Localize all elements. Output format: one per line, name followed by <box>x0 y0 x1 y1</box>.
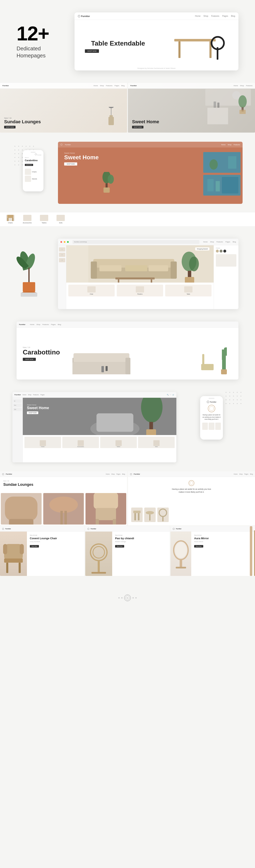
svg-rect-70 <box>133 510 140 513</box>
fw-cat-label-3: Tables <box>117 446 120 447</box>
thumb-btn-left[interactable]: SHOP NOW <box>4 126 15 128</box>
svg-rect-49 <box>66 245 88 283</box>
pc-logo-1: Furnitor <box>5 528 11 529</box>
fw-hero-text: Sweet Home Sweet Home SHOP NOW <box>27 404 49 414</box>
cat-name-table: Table <box>167 293 210 295</box>
carab-title: Carabottino <box>23 348 64 356</box>
pc-sub-aura: Home decor <box>194 541 252 542</box>
phone-products-6 <box>202 423 221 430</box>
browser-header: Furnitor Home Shop Features Pages Blog <box>74 12 238 20</box>
two-col-section: Furnitor HomeShopFeaturesPagesBlog New /… <box>0 83 255 133</box>
category-icon-tables <box>40 215 48 221</box>
phone-product-6-3 <box>215 423 221 430</box>
pc-name-aura: Aura Mirror <box>194 537 252 540</box>
carabottino-browser: Furnitor Home Shop Features Pages Blog N… <box>17 321 238 379</box>
bottom-card-right: Furnitor HomeShopPagesBlog Having a plac… <box>128 471 255 525</box>
stool-phone-panel: for(let i=0;i<20;i++){document.write('<d… <box>181 392 243 462</box>
product-stool-small <box>131 507 142 522</box>
pi-main-circle[interactable]: 01 <box>124 594 131 601</box>
bc-logo-icon-left <box>2 473 4 475</box>
pi-dot-1 <box>118 597 120 598</box>
svg-rect-44 <box>151 279 152 283</box>
bc-logo-icon-right <box>130 473 132 475</box>
pc-header-aura: Furnitor <box>170 526 255 532</box>
bc-title-left: Sundae Lounges <box>3 483 124 487</box>
pc-card-pao: Furnitor New Arrival Pao by chiandi Mode… <box>85 526 170 576</box>
svg-point-0 <box>78 15 80 17</box>
carab-toolbar: Furnitor Home Shop Features Pages Blog <box>17 321 238 328</box>
product-image-area <box>168 27 234 64</box>
kitchen-svg <box>205 89 251 126</box>
fw-main-6: Sweet Home Sweet Home SHOP NOW Chairs <box>23 398 177 462</box>
thumb-header-left: Furnitor HomeShopFeaturesPagesBlog <box>0 83 127 89</box>
pao-chair-svg <box>85 532 112 576</box>
plant-stand <box>21 292 37 297</box>
pc-btn-aura[interactable]: Shop Now <box>194 545 203 548</box>
product-cat-chair: Chair <box>68 285 115 297</box>
fw-browser-6: Furnitor Home Shop Features Pages 🔍 ♡ 🛒 … <box>12 392 177 462</box>
browser-toolbar-4: furnitor.com/shop Home Shop Features Pag… <box>58 239 238 245</box>
pc-tag-aura: New Arrival <box>194 534 252 536</box>
bc-quote-text: Having a place set aside for an activity… <box>171 488 212 494</box>
svg-point-84 <box>88 528 89 530</box>
bc-product-2 <box>43 493 84 525</box>
svg-rect-80 <box>20 544 24 554</box>
showcase-btn[interactable]: SHOP NOW <box>64 162 77 165</box>
fw-hero-label: Sweet Home <box>27 404 49 406</box>
phone-btn[interactable]: SHOP NOW <box>25 164 33 166</box>
dot <box>229 396 230 397</box>
category-name-sofa: Sofa <box>59 222 62 224</box>
cactus-arm-2 <box>224 347 227 356</box>
phone-screen-6: Furnitor Having a place set aside for an… <box>200 396 223 432</box>
svg-rect-63 <box>60 511 63 525</box>
fw-cat-2: Accessories <box>62 437 99 448</box>
svg-point-28 <box>108 175 114 184</box>
page-indicator: 01 <box>0 588 255 610</box>
svg-point-75 <box>159 509 167 517</box>
svg-rect-79 <box>3 544 7 554</box>
fw-hero-btn[interactable]: SHOP NOW <box>27 411 38 414</box>
sidebar-product-3: 3 <box>59 258 65 262</box>
dot <box>14 146 15 147</box>
phone-text-6: Having a place set aside for an activity… <box>202 414 221 421</box>
dot <box>22 146 23 147</box>
pc-product-img-covent <box>0 532 27 576</box>
phone-cat-row-2: Stands <box>25 176 41 182</box>
phone-notch-6 <box>209 398 215 399</box>
phone-cat-label-2: Stands <box>32 178 37 180</box>
bc-product-right-3 <box>157 507 169 522</box>
dot-pattern-right: for(let i=0;i<20;i++){document.write('<d… <box>226 392 243 405</box>
shop-now-btn[interactable]: SHOP NOW <box>85 49 99 53</box>
fw-cat-icon-1 <box>40 440 46 446</box>
svg-rect-31 <box>7 215 13 218</box>
dot <box>14 153 15 154</box>
svg-point-13 <box>238 95 247 108</box>
pc-btn-pao[interactable]: Shop Now <box>115 545 124 548</box>
pc-product-img-aura <box>170 532 191 576</box>
thumb-nav-logo-right: Furnitor <box>130 85 137 87</box>
phone-cat-row: Chairs <box>25 168 41 175</box>
category-item-tables: Tables <box>40 215 48 224</box>
carab-btn[interactable]: SHOP NOW <box>23 358 36 361</box>
pc-btn-covent[interactable]: Shop Now <box>30 545 39 548</box>
browser-nav-4: Home Shop Features Pages Blog <box>203 241 236 243</box>
thumb-btn-right[interactable]: SHOP NOW <box>132 126 144 128</box>
pi-dot-2 <box>121 597 123 598</box>
bc-logo-circle <box>189 480 194 486</box>
fw-hero-title: Sweet Home <box>27 406 49 410</box>
dot <box>226 403 226 404</box>
svg-rect-41 <box>149 265 168 271</box>
dot <box>26 146 27 147</box>
fw-cat-label-1: Chairs <box>41 446 44 447</box>
showcase-section: for(let i=0;i<36;i++){document.write('<d… <box>0 133 255 212</box>
phone-inner-circle <box>209 406 214 411</box>
svg-rect-71 <box>134 513 136 520</box>
svg-point-77 <box>2 528 4 530</box>
product-cat-planters: Planters <box>117 285 163 297</box>
chair-icon <box>6 215 14 221</box>
cactus-pot <box>221 369 227 374</box>
svg-point-69 <box>130 473 132 475</box>
swatch-1 <box>216 250 219 252</box>
fw-cat-4: Sofa <box>138 437 175 448</box>
svg-rect-83 <box>19 563 21 573</box>
